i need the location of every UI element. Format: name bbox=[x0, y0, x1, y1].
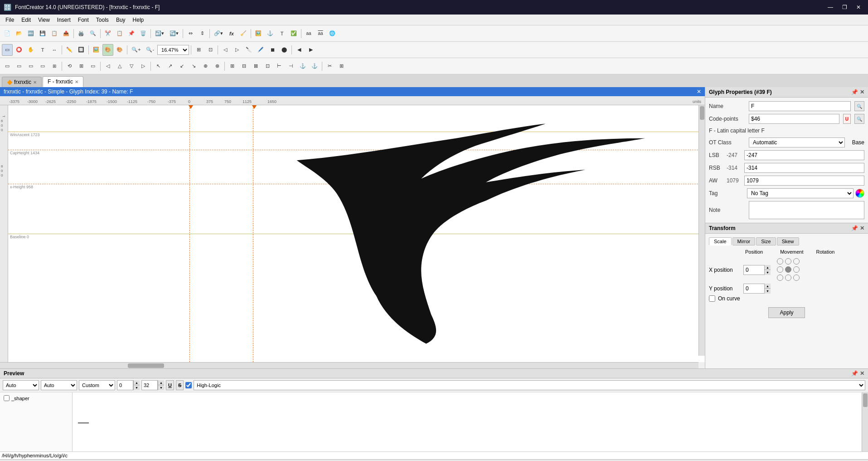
transform-tab-size[interactable]: Size bbox=[756, 237, 776, 245]
validate-button[interactable]: ✅ bbox=[288, 28, 299, 39]
web-button[interactable]: 🌐 bbox=[327, 28, 338, 39]
preview-scroll-thumb[interactable] bbox=[863, 393, 868, 407]
menu-help[interactable]: Help bbox=[129, 16, 148, 24]
square-button[interactable]: ◼ bbox=[267, 44, 278, 56]
menu-view[interactable]: View bbox=[34, 16, 53, 24]
preview-font1-select[interactable]: Auto bbox=[3, 380, 39, 390]
tb3-9[interactable]: ◁ bbox=[102, 60, 113, 72]
preview-size1-input[interactable] bbox=[117, 380, 133, 390]
h-scroll-thumb[interactable] bbox=[128, 363, 164, 368]
x-spin-down[interactable]: ▼ bbox=[764, 270, 771, 275]
fx-button[interactable]: fx bbox=[226, 28, 237, 39]
position-radio-grid[interactable] bbox=[777, 258, 800, 282]
pen-button[interactable]: 🖊️ bbox=[255, 44, 266, 56]
preview-v-scrollbar[interactable] bbox=[862, 392, 868, 451]
aa-button[interactable]: aa bbox=[303, 28, 314, 39]
transform-tab-scale[interactable]: Scale bbox=[709, 237, 732, 245]
radio-bc[interactable] bbox=[785, 275, 791, 281]
tb3-4[interactable]: ▭ bbox=[37, 60, 48, 72]
glyph-info-close[interactable]: ✕ bbox=[697, 88, 701, 95]
ellipse-button[interactable]: ⬤ bbox=[279, 44, 290, 56]
color-swatch[interactable] bbox=[855, 189, 864, 198]
size2-spin-down[interactable]: ▼ bbox=[158, 385, 164, 390]
apply-button[interactable]: Apply bbox=[768, 307, 805, 318]
transform-pin-button[interactable]: 📌 bbox=[851, 225, 858, 231]
tb3-22[interactable]: ⊡ bbox=[262, 60, 273, 72]
menu-font[interactable]: Font bbox=[74, 16, 92, 24]
next-glyph-button[interactable]: ▶ bbox=[305, 44, 316, 56]
codepoints-btn1[interactable]: U bbox=[843, 114, 851, 124]
menu-tools[interactable]: Tools bbox=[92, 16, 112, 24]
lsb-input[interactable] bbox=[744, 150, 864, 160]
radio-tl[interactable] bbox=[777, 258, 783, 265]
radio-tc[interactable] bbox=[785, 258, 791, 265]
name-input[interactable] bbox=[749, 101, 851, 111]
save-as-button[interactable]: 📋 bbox=[49, 28, 60, 39]
freehand-button[interactable]: ✏️ bbox=[64, 44, 75, 56]
codepoints-btn2[interactable]: 🔍 bbox=[854, 114, 864, 124]
preview-size2-input[interactable] bbox=[141, 380, 158, 390]
tb3-12[interactable]: ▷ bbox=[138, 60, 149, 72]
x-spin-up[interactable]: ▲ bbox=[764, 265, 771, 270]
panel-close-button[interactable]: ✕ bbox=[860, 89, 864, 95]
fit2-button[interactable]: ⊡ bbox=[205, 44, 216, 56]
paint-button[interactable]: 🎨 bbox=[102, 44, 113, 56]
h-scrollbar[interactable] bbox=[0, 362, 698, 368]
rsb-input[interactable] bbox=[744, 163, 864, 173]
tb3-17[interactable]: ⊕ bbox=[200, 60, 211, 72]
preview-style-select[interactable]: Custom bbox=[79, 380, 115, 390]
tb3-10[interactable]: △ bbox=[114, 60, 125, 72]
preview-font-list-select[interactable]: High-Logic bbox=[194, 380, 865, 390]
radio-mc[interactable] bbox=[785, 266, 791, 273]
flip-h-button[interactable]: ⇔ bbox=[185, 28, 196, 39]
radio-ml[interactable] bbox=[777, 266, 783, 273]
lasso-button[interactable]: ⭕ bbox=[14, 44, 24, 56]
knife-button[interactable]: 🔪 bbox=[243, 44, 254, 56]
name-search-button[interactable]: 🔍 bbox=[854, 101, 864, 111]
transform-close-button[interactable]: ✕ bbox=[860, 225, 864, 231]
tab-frxnxtic[interactable]: 🔶 frxnxtic ✕ bbox=[2, 77, 42, 87]
print-button[interactable]: 🖨️ bbox=[76, 28, 87, 39]
preview-font2-select[interactable]: Auto bbox=[41, 380, 77, 390]
tb3-1[interactable]: ▭ bbox=[2, 60, 13, 72]
preview-checkbox[interactable] bbox=[185, 382, 192, 388]
radio-bl[interactable] bbox=[777, 275, 783, 281]
tb3-25[interactable]: ⚓ bbox=[297, 60, 308, 72]
print-preview-button[interactable]: 🔍 bbox=[87, 28, 98, 39]
pan-button[interactable]: ✋ bbox=[25, 44, 36, 56]
size2-spin-up[interactable]: ▲ bbox=[158, 380, 164, 385]
close-button[interactable]: ✕ bbox=[853, 2, 864, 12]
tag-select[interactable]: No Tag bbox=[747, 188, 853, 198]
preview-glyph-shaper[interactable]: _shaper bbox=[2, 394, 70, 402]
tb3-23[interactable]: ⊢ bbox=[274, 60, 285, 72]
text-tool-button[interactable]: T bbox=[37, 44, 48, 56]
menu-edit[interactable]: Edit bbox=[18, 16, 34, 24]
link-button[interactable]: 🔗▾ bbox=[212, 28, 225, 39]
tb3-7[interactable]: ⊞ bbox=[76, 60, 87, 72]
codepoints-input[interactable] bbox=[749, 114, 839, 124]
note-textarea[interactable] bbox=[749, 201, 864, 219]
bitmap-button[interactable]: 🖼️ bbox=[253, 28, 264, 39]
radio-mr[interactable] bbox=[793, 266, 800, 273]
open-button[interactable]: 📂 bbox=[14, 28, 24, 39]
image-button[interactable]: 🖼️ bbox=[91, 44, 102, 56]
strikethrough-button[interactable]: S bbox=[176, 380, 184, 390]
drawing-canvas[interactable]: WinAscent 1723 CapHeight 1434 x-Height 9… bbox=[8, 105, 705, 362]
transform-tab-skew[interactable]: Skew bbox=[777, 237, 799, 245]
arrow-left-button[interactable]: ◁ bbox=[220, 44, 231, 56]
menu-insert[interactable]: Insert bbox=[53, 16, 74, 24]
export-button[interactable]: 📤 bbox=[61, 28, 72, 39]
menu-file[interactable]: File bbox=[2, 16, 18, 24]
select-button[interactable]: ▭ bbox=[2, 44, 13, 56]
tb3-21[interactable]: ⊠ bbox=[250, 60, 261, 72]
underline-button[interactable]: U bbox=[166, 380, 174, 390]
anchor-button[interactable]: ⚓ bbox=[265, 28, 276, 39]
paste-button[interactable]: 📌 bbox=[126, 28, 137, 39]
tb3-24[interactable]: ⊣ bbox=[286, 60, 296, 72]
zoom-select[interactable]: 16.47% 50% 100% bbox=[157, 45, 189, 55]
title-bar-controls[interactable]: — ❐ ✕ bbox=[824, 2, 864, 12]
aw-input[interactable] bbox=[744, 176, 864, 186]
transform-tab-mirror[interactable]: Mirror bbox=[732, 237, 756, 245]
tb3-26[interactable]: ⚓ bbox=[309, 60, 320, 72]
redo-button[interactable]: ↪️▾ bbox=[167, 28, 181, 39]
